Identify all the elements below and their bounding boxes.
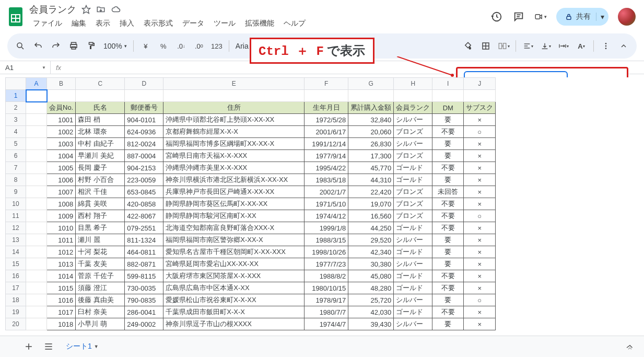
add-sheet-button[interactable] (21, 339, 37, 354)
cell[interactable]: 菅原 千佐子 (76, 270, 125, 282)
cell[interactable]: 48,280 (348, 282, 394, 294)
cell[interactable]: シルバー (394, 234, 432, 246)
cell[interactable]: 1980/7/7 (305, 306, 348, 318)
cell[interactable] (26, 198, 47, 210)
cell[interactable]: 不要 (432, 210, 464, 222)
meet-icon[interactable]: ▾ (534, 10, 547, 23)
cell[interactable]: 1012 (47, 246, 76, 258)
cell[interactable]: 730-0035 (125, 282, 163, 294)
percent-icon[interactable]: % (156, 38, 171, 54)
cell[interactable]: 不要 (432, 270, 464, 282)
cell[interactable]: × (464, 198, 496, 210)
share-button[interactable]: 共有 ▾ (556, 8, 608, 26)
cell[interactable]: 653-0845 (125, 186, 163, 198)
col-header-G[interactable]: G (348, 78, 394, 90)
cell[interactable]: 1983/5/18 (305, 174, 348, 186)
cell[interactable]: 811-1324 (125, 234, 163, 246)
menu-拡張機能[interactable]: 拡張機能 (241, 17, 278, 30)
cell[interactable]: 神奈川県逗子市山の根XXXX (163, 318, 305, 330)
cell[interactable] (26, 210, 47, 222)
cell[interactable]: 未回答 (432, 186, 464, 198)
wrap-icon[interactable]: ▾ (556, 38, 571, 54)
cell[interactable]: ゴールド (394, 222, 432, 234)
cell[interactable]: 相沢 千佳 (76, 186, 125, 198)
row-header[interactable]: 8 (6, 174, 26, 186)
row-header[interactable]: 5 (6, 138, 26, 150)
menu-ヘルプ[interactable]: ヘルプ (280, 17, 309, 30)
cell[interactable]: ゴールド (394, 306, 432, 318)
cell[interactable]: 瀬川 麗 (76, 234, 125, 246)
cell[interactable]: 十河 梨花 (76, 246, 125, 258)
cell[interactable]: ゴールド (394, 174, 432, 186)
search-menus-icon[interactable] (13, 38, 28, 54)
row-header[interactable]: 7 (6, 162, 26, 174)
cell[interactable]: 17,300 (348, 150, 394, 162)
col-header-D[interactable]: D (125, 78, 163, 90)
cell[interactable]: 1011 (47, 234, 76, 246)
cell[interactable]: 599-8115 (125, 270, 163, 282)
cell[interactable] (26, 294, 47, 306)
table-column-header[interactable]: 郵便番号 (125, 102, 163, 114)
cell[interactable]: 不要 (432, 198, 464, 210)
cell[interactable] (26, 234, 47, 246)
cell[interactable]: 286-0041 (125, 306, 163, 318)
cell[interactable]: ゴールド (394, 246, 432, 258)
cell[interactable]: シルバー (394, 114, 432, 126)
cell[interactable]: 1006 (47, 174, 76, 186)
row-header[interactable]: 16 (6, 270, 26, 282)
cell[interactable]: 1991/12/14 (305, 138, 348, 150)
menu-表示[interactable]: 表示 (92, 17, 114, 30)
cell[interactable]: 1977/9/14 (305, 150, 348, 162)
menu-ツール[interactable]: ツール (210, 17, 239, 30)
share-dropdown[interactable]: ▾ (596, 13, 604, 21)
more-formats-icon[interactable]: 123 (209, 38, 225, 54)
print-icon[interactable] (66, 38, 81, 54)
cell[interactable]: 1974/4/12 (305, 210, 348, 222)
cell[interactable]: × (464, 282, 496, 294)
cell[interactable]: 1018 (47, 318, 76, 330)
cell[interactable]: 812-0024 (125, 138, 163, 150)
row-header[interactable]: 1 (6, 90, 26, 102)
cell[interactable] (26, 138, 47, 150)
cell[interactable]: 223-0059 (125, 174, 163, 186)
cell[interactable]: 不要 (432, 282, 464, 294)
cell[interactable] (26, 222, 47, 234)
cell[interactable]: 要 (432, 234, 464, 246)
decrease-decimal-icon[interactable]: .0↓ (173, 38, 189, 54)
cell[interactable]: 1008 (47, 198, 76, 210)
cell[interactable]: シルバー (394, 294, 432, 306)
col-header-C[interactable]: C (76, 78, 125, 90)
cell[interactable]: ゴールド (394, 270, 432, 282)
cell[interactable]: 1980/10/15 (305, 282, 348, 294)
cell[interactable]: 京都府舞鶴市紺屋X-X-X (163, 126, 305, 138)
cell[interactable] (26, 306, 47, 318)
row-header[interactable]: 13 (6, 234, 26, 246)
cell[interactable] (394, 90, 432, 102)
table-column-header[interactable]: DM (432, 102, 464, 114)
table-column-header[interactable]: 住所 (163, 102, 305, 114)
row-header[interactable]: 20 (6, 318, 26, 330)
cell[interactable]: 不要 (432, 126, 464, 138)
cell[interactable] (26, 282, 47, 294)
cell[interactable]: 要 (432, 258, 464, 270)
cell[interactable]: 1014 (47, 270, 76, 282)
row-header[interactable]: 4 (6, 126, 26, 138)
table-column-header[interactable]: 会員ランク (394, 102, 432, 114)
sheet-tab-menu-icon[interactable]: ▼ (94, 344, 99, 349)
font-select[interactable]: Aria (233, 42, 251, 50)
cell[interactable]: 村野 小百合 (76, 174, 125, 186)
cell[interactable]: × (464, 234, 496, 246)
cell[interactable]: 2001/6/17 (305, 126, 348, 138)
cell[interactable]: × (464, 150, 496, 162)
cell[interactable] (26, 102, 47, 114)
cell[interactable]: 不要 (432, 162, 464, 174)
cell[interactable]: × (464, 174, 496, 186)
row-header[interactable]: 14 (6, 246, 26, 258)
name-box[interactable]: A1 ▼ (0, 61, 51, 74)
cell[interactable]: 北林 環奈 (76, 126, 125, 138)
cell[interactable]: 1005 (47, 162, 76, 174)
cell[interactable]: 1017 (47, 306, 76, 318)
cell[interactable]: 1010 (47, 222, 76, 234)
cell[interactable]: × (464, 186, 496, 198)
cell[interactable]: ○ (464, 126, 496, 138)
